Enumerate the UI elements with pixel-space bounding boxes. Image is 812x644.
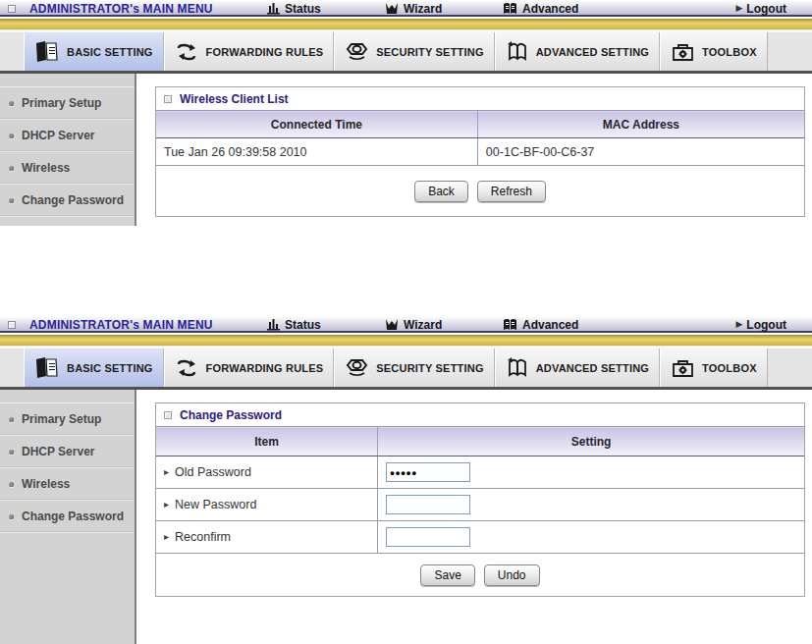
sidebar-item-dhcp-server[interactable]: DHCP Server — [0, 120, 135, 152]
tab-toolbox[interactable]: TOOLBOX — [660, 32, 768, 71]
bullet-icon — [9, 166, 14, 171]
refresh-button[interactable]: Refresh — [477, 181, 546, 202]
sidebar-item-label: Primary Setup — [22, 96, 101, 110]
tab-label: SECURITY SETTING — [376, 46, 483, 58]
menu-item-label: Status — [285, 2, 321, 16]
menu-item-advanced[interactable]: Advanced — [503, 1, 578, 16]
panel-title-square-icon — [164, 411, 172, 419]
sidebar-item-label: Wireless — [22, 161, 70, 175]
field-label-new-password: New Password — [175, 498, 256, 511]
tab-label: ADVANCED SETTING — [536, 362, 649, 374]
main-menu-title: ADMINISTRATOR's MAIN MENU — [29, 2, 213, 16]
gold-divider-bar — [0, 335, 812, 347]
tab-basic-setting[interactable]: BASIC SETTING — [24, 32, 164, 71]
menu-item-status[interactable]: Status — [267, 317, 321, 332]
sidebar-item-primary-setup[interactable]: Primary Setup — [0, 87, 135, 120]
table-header-row: Item Setting — [156, 427, 804, 456]
button-row: Back Refresh — [156, 166, 804, 216]
sidebar-item-wireless[interactable]: Wireless — [0, 468, 135, 501]
tab-security-setting[interactable]: SECURITY SETTING — [334, 349, 494, 387]
sidebar-item-primary-setup[interactable]: Primary Setup — [0, 403, 135, 436]
tab-label: TOOLBOX — [702, 46, 757, 58]
advanced-setting-icon — [506, 40, 529, 64]
tab-forwarding-rules[interactable]: FORWARDING RULES — [164, 32, 335, 71]
menu-item-label: Advanced — [522, 2, 578, 16]
tab-toolbox[interactable]: TOOLBOX — [660, 349, 768, 387]
logout-arrow-icon: ▶ — [735, 4, 742, 13]
panel-title-square-icon — [164, 95, 172, 103]
cell-connected-time: Tue Jan 26 09:39:58 2010 — [156, 138, 477, 166]
new-password-input[interactable] — [386, 495, 470, 514]
main-menu-title: ADMINISTRATOR's MAIN MENU — [29, 318, 213, 332]
row-marker-icon: ▸ — [164, 467, 169, 477]
row-marker-icon: ▸ — [164, 532, 169, 542]
reconfirm-input[interactable] — [386, 527, 470, 547]
menu-item-wizard[interactable]: Wizard — [385, 1, 442, 16]
tab-basic-setting[interactable]: BASIC SETTING — [24, 349, 164, 387]
basic-setting-icon — [34, 356, 60, 380]
tab-forwarding-rules[interactable]: FORWARDING RULES — [164, 349, 335, 387]
tab-label: TOOLBOX — [702, 362, 757, 374]
panel-title: Wireless Client List — [180, 92, 289, 106]
tab-label: FORWARDING RULES — [206, 362, 324, 374]
change-password-table: Item Setting ▸Old Password ▸New Password… — [156, 426, 804, 554]
logout-button[interactable]: ▶ Logout — [735, 317, 786, 332]
menu-square-icon — [8, 5, 16, 13]
old-password-input[interactable] — [386, 462, 470, 482]
sidebar-item-dhcp-server[interactable]: DHCP Server — [0, 436, 135, 468]
undo-button[interactable]: Undo — [484, 564, 540, 586]
logout-arrow-icon: ▶ — [735, 320, 742, 329]
tab-security-setting[interactable]: SECURITY SETTING — [334, 32, 494, 71]
bullet-icon — [9, 482, 14, 487]
sidebar-item-change-password[interactable]: Change Password — [0, 185, 135, 217]
logout-button[interactable]: ▶ Logout — [735, 1, 786, 16]
tab-label: FORWARDING RULES — [206, 46, 324, 58]
bullet-icon — [9, 417, 14, 422]
bullet-icon — [9, 101, 14, 106]
panel-title: Change Password — [180, 408, 282, 422]
tab-label: BASIC SETTING — [67, 362, 153, 374]
back-button[interactable]: Back — [414, 181, 468, 202]
panel-title-row: Change Password — [156, 403, 804, 426]
advanced-icon — [503, 2, 517, 15]
row-label: ▸Reconfirm — [164, 530, 377, 544]
sidebar-item-label: Primary Setup — [22, 412, 101, 426]
wizard-icon — [385, 2, 399, 15]
panel-title-row: Wireless Client List — [156, 87, 804, 110]
row-label: ▸New Password — [164, 498, 377, 511]
table-row-old-password: ▸Old Password — [156, 456, 804, 489]
menu-item-advanced[interactable]: Advanced — [503, 317, 578, 332]
sidebar-gap — [0, 74, 135, 87]
tab-spacer — [0, 349, 24, 387]
sidebar-gap — [0, 390, 135, 403]
bullet-icon — [9, 198, 14, 203]
col-header-item: Item — [156, 427, 378, 456]
sidebar-item-wireless[interactable]: Wireless — [0, 152, 135, 185]
tab-advanced-setting[interactable]: ADVANCED SETTING — [495, 349, 660, 387]
screen-change-password: ADMINISTRATOR's MAIN MENU Status Wizard … — [0, 316, 812, 644]
logout-label: Logout — [746, 2, 786, 16]
page: ADMINISTRATOR's MAIN MENU Status Wizard … — [0, 0, 812, 644]
field-label-reconfirm: Reconfirm — [175, 530, 231, 544]
bullet-icon — [9, 450, 14, 455]
table-row-new-password: ▸New Password — [156, 489, 804, 521]
menu-item-wizard[interactable]: Wizard — [385, 317, 442, 332]
body-area: Primary Setup DHCP Server Wireless Chang… — [0, 390, 812, 644]
col-header-connected-time: Connected Time — [156, 111, 477, 138]
tab-advanced-setting[interactable]: ADVANCED SETTING — [495, 32, 660, 71]
menu-item-label: Status — [285, 318, 321, 332]
bullet-icon — [9, 514, 14, 519]
top-menu-bar: ADMINISTRATOR's MAIN MENU Status Wizard … — [0, 316, 812, 333]
sidebar-item-label: Wireless — [22, 477, 70, 491]
tab-label: ADVANCED SETTING — [536, 46, 649, 58]
security-setting-icon — [345, 40, 369, 64]
top-menu-bar: ADMINISTRATOR's MAIN MENU Status Wizard … — [0, 0, 812, 17]
sidebar-item-label: Change Password — [22, 193, 124, 207]
menu-item-status[interactable]: Status — [267, 1, 321, 16]
col-header-mac-address: MAC Address — [477, 111, 804, 138]
status-icon — [267, 2, 280, 15]
save-button[interactable]: Save — [420, 564, 474, 586]
sidebar-item-change-password[interactable]: Change Password — [0, 501, 135, 533]
sidebar: Primary Setup DHCP Server Wireless Chang… — [0, 390, 136, 644]
sidebar-item-label: DHCP Server — [22, 445, 94, 458]
